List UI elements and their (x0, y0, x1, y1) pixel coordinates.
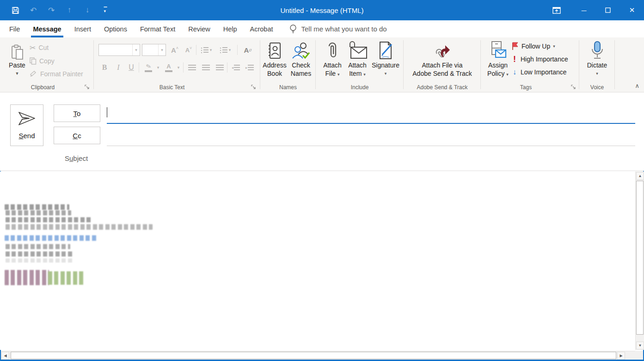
signature-button[interactable]: Signature ▾ (370, 40, 401, 78)
horizontal-scroll-thumb[interactable] (11, 352, 616, 359)
group-label-basic-text: Basic Text (94, 84, 250, 91)
redacted-text-line (6, 251, 73, 257)
message-window: ↶ ↷ ↑ ↓ ▔▾ Untitled - Message (HTML) ─ ✕… (0, 0, 644, 361)
group-label-voice: Voice (579, 84, 615, 91)
cc-field[interactable] (107, 130, 635, 146)
cc-field-underline (107, 146, 635, 146)
tags-dialog-launcher-icon[interactable] (571, 85, 577, 90)
vertical-scroll-thumb[interactable] (636, 181, 644, 335)
check-names-icon (288, 40, 314, 60)
align-right-icon (216, 65, 224, 70)
send-button[interactable]: Send (10, 104, 43, 146)
adobe-attach-icon (405, 40, 479, 60)
redacted-text-line (48, 271, 84, 285)
grow-font-button: A˄ (169, 44, 181, 56)
font-size-dropdown-icon[interactable]: ▾ (158, 44, 166, 55)
align-center-button (200, 61, 211, 73)
attach-file-button[interactable]: Attach File ▾ (320, 40, 344, 79)
horizontal-scrollbar[interactable]: ◀ ▶ (1, 351, 635, 360)
paperclip-icon (320, 40, 344, 60)
vertical-scrollbar[interactable]: ▲ ▼ (635, 171, 644, 350)
font-name-dropdown-icon[interactable]: ▾ (132, 44, 140, 55)
save-icon[interactable] (11, 6, 19, 14)
tab-insert[interactable]: Insert (68, 20, 98, 37)
collapse-ribbon-icon[interactable]: ∧ (635, 82, 639, 89)
ribbon: Paste ▼ ✂ Cut Copy Format Painter Clipbo… (0, 37, 644, 92)
customize-qat-icon[interactable]: ▔▾ (101, 6, 110, 14)
clipboard-dialog-launcher-icon[interactable] (85, 85, 90, 90)
tab-message[interactable]: Message (26, 20, 67, 37)
redo-icon: ↷ (47, 6, 55, 14)
address-book-button[interactable]: Address Book (262, 40, 287, 78)
group-tags: Assign Policy ▾ Follow Up ▾ ! High Impor… (481, 37, 579, 92)
ribbon-display-options-icon[interactable] (546, 0, 567, 20)
to-field[interactable] (107, 107, 635, 123)
lightbulb-icon (289, 24, 297, 34)
group-adobe: Attach File via Adobe Send & Track Adobe… (404, 37, 481, 92)
scroll-left-icon[interactable]: ◀ (1, 352, 9, 360)
follow-up-button[interactable]: Follow Up ▾ (511, 42, 555, 51)
to-button[interactable]: To (54, 104, 100, 122)
scroll-right-icon[interactable]: ▶ (617, 352, 625, 360)
bullets-button: ▾ (199, 44, 214, 56)
cut-button: ✂ Cut (30, 43, 49, 52)
tab-help[interactable]: Help (217, 20, 244, 37)
tell-me-box[interactable]: Tell me what you want to do (289, 24, 387, 34)
basic-text-dialog-launcher-icon[interactable] (251, 85, 257, 90)
high-importance-icon: ! (511, 55, 518, 64)
follow-up-flag-icon (511, 42, 519, 50)
assign-policy-button[interactable]: Assign Policy ▾ (485, 40, 511, 79)
quick-access-toolbar: ↶ ↷ ↑ ↓ ▔▾ (0, 6, 110, 14)
numbering-button: ▾ (218, 44, 233, 56)
tab-file[interactable]: File (3, 20, 26, 37)
scroll-up-icon[interactable]: ▲ (636, 172, 644, 180)
redacted-text-line (6, 224, 153, 230)
redacted-text-line (6, 258, 74, 263)
to-field-underline (107, 123, 635, 124)
low-importance-button[interactable]: ↓ Low Importance (511, 67, 567, 77)
tab-review[interactable]: Review (182, 20, 217, 37)
high-importance-button[interactable]: ! High Importance (511, 55, 568, 64)
cc-button[interactable]: Cc (54, 127, 100, 144)
align-left-button (186, 61, 197, 73)
group-label-clipboard: Clipboard (0, 84, 86, 91)
previous-item-icon: ↑ (65, 6, 74, 14)
signature-icon (370, 40, 401, 60)
format-painter-icon (30, 70, 37, 78)
minimize-button[interactable]: ─ (572, 0, 596, 20)
scroll-down-icon[interactable]: ▼ (636, 342, 644, 349)
tab-acrobat[interactable]: Acrobat (244, 20, 280, 37)
send-label: Send (18, 132, 35, 140)
paste-button[interactable]: Paste ▼ (6, 40, 28, 78)
subject-field[interactable] (107, 153, 635, 166)
copy-label: Copy (39, 57, 55, 65)
shrink-font-button: A˅ (183, 44, 195, 56)
tab-format-text[interactable]: Format Text (134, 20, 182, 37)
attach-item-button[interactable]: Attach Item ▾ (345, 40, 369, 79)
group-label-adobe: Adobe Send & Track (404, 84, 481, 91)
paste-dropdown-icon: ▼ (6, 69, 28, 78)
next-item-icon: ↓ (83, 6, 92, 14)
close-button[interactable]: ✕ (620, 0, 644, 20)
message-body[interactable] (0, 171, 635, 350)
window-controls: ─ ✕ (546, 0, 644, 20)
font-size-combobox[interactable]: ▾ (142, 44, 166, 56)
maximize-button[interactable] (596, 0, 620, 20)
numbering-icon (220, 47, 227, 53)
copy-icon (30, 57, 37, 65)
font-name-combobox[interactable]: ▾ (98, 44, 140, 56)
tab-options[interactable]: Options (98, 20, 134, 37)
group-include: Attach File ▾ Attach Item ▾ Signature ▾ … (316, 37, 404, 92)
highlight-dropdown-icon: ▾ (155, 61, 161, 73)
paste-icon (6, 40, 28, 60)
check-names-button[interactable]: Check Names (288, 40, 314, 78)
adobe-send-track-button[interactable]: Attach File via Adobe Send & Track (405, 40, 479, 78)
group-basic-text: ▾ ▾ A˄ A˅ ▾ ▾ A◊ B I U ✎ ▾ A ▾ (94, 37, 260, 92)
group-clipboard: Paste ▼ ✂ Cut Copy Format Painter Clipbo… (0, 37, 94, 92)
attach-item-icon (345, 40, 369, 60)
bullets-icon (201, 47, 209, 53)
align-right-button (214, 61, 225, 73)
copy-button: Copy (30, 56, 55, 66)
message-header-envelope: Send To Cc Subject (0, 92, 644, 171)
dictate-button[interactable]: Dictate ▾ (583, 40, 611, 78)
